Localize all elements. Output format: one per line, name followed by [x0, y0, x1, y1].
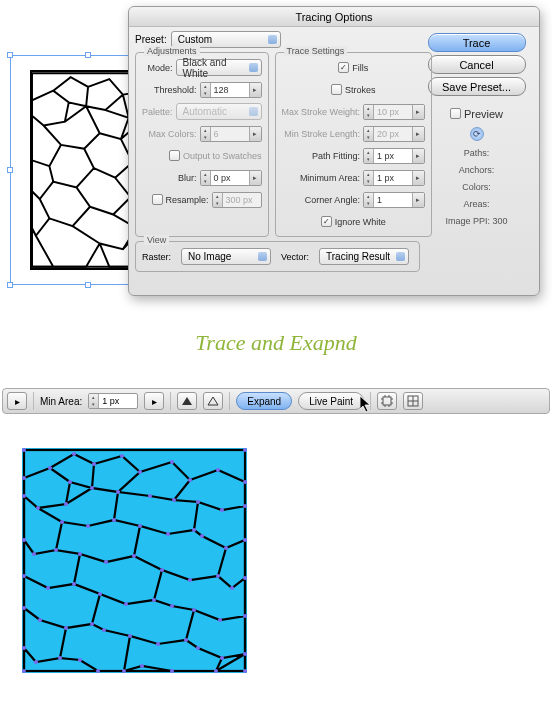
fills-checkbox[interactable]: ✓ — [338, 62, 349, 73]
toolbar-menu-icon[interactable]: ▸ — [7, 392, 27, 410]
svg-point-15 — [170, 460, 174, 464]
svg-point-18 — [148, 494, 152, 498]
svg-point-70 — [78, 658, 82, 662]
voronoi-artwork-expanded — [22, 448, 247, 673]
stats-colors: Colors: — [462, 180, 491, 194]
maxcolors-input: ▴▾6▸ — [200, 126, 262, 142]
svg-point-41 — [160, 568, 164, 572]
toolbar-min-area-input[interactable]: ▴▾1 px — [88, 393, 138, 409]
svg-point-26 — [60, 520, 64, 524]
svg-point-44 — [22, 574, 26, 578]
dialog-title: Tracing Options — [129, 7, 539, 27]
svg-point-32 — [243, 538, 247, 542]
palette-select: Automatic — [176, 103, 262, 120]
preview-checkbox[interactable] — [450, 108, 461, 119]
svg-point-62 — [220, 656, 224, 660]
trace-button[interactable]: Trace — [428, 33, 526, 52]
grid-icon[interactable] — [403, 392, 423, 410]
fill-preview-icon[interactable] — [177, 392, 197, 410]
svg-point-69 — [96, 669, 100, 673]
svg-point-64 — [243, 652, 247, 656]
svg-point-56 — [38, 618, 42, 622]
svg-point-68 — [122, 669, 126, 673]
output-swatches-checkbox — [169, 150, 180, 161]
svg-point-7 — [36, 506, 40, 510]
ignore-white-checkbox[interactable]: ✓ — [321, 216, 332, 227]
svg-point-24 — [112, 518, 116, 522]
view-title: View — [144, 235, 169, 245]
svg-point-54 — [90, 622, 94, 626]
svg-point-58 — [184, 638, 188, 642]
svg-point-77 — [243, 448, 247, 452]
svg-point-51 — [218, 618, 222, 622]
svg-point-17 — [172, 498, 176, 502]
stroke-preview-icon[interactable] — [203, 392, 223, 410]
svg-point-53 — [170, 604, 174, 608]
preset-label: Preset: — [135, 34, 167, 45]
strokes-checkbox[interactable] — [331, 84, 342, 95]
svg-point-22 — [220, 508, 224, 512]
svg-point-50 — [243, 614, 247, 618]
svg-point-13 — [138, 470, 142, 474]
svg-point-42 — [72, 582, 76, 586]
svg-point-67 — [22, 646, 26, 650]
svg-point-14 — [116, 490, 120, 494]
svg-point-38 — [78, 552, 82, 556]
svg-point-76 — [22, 448, 26, 452]
mode-select[interactable]: Black and White — [176, 59, 262, 76]
svg-point-8 — [22, 494, 26, 498]
svg-point-31 — [200, 534, 204, 538]
expand-button[interactable]: Expand — [236, 392, 292, 410]
info-icon[interactable]: ⟳ — [470, 127, 484, 141]
svg-point-46 — [124, 602, 128, 606]
svg-point-65 — [58, 656, 62, 660]
svg-point-63 — [196, 646, 200, 650]
svg-point-52 — [192, 608, 196, 612]
tracing-options-dialog: Tracing Options Preset: Custom Adjustmen… — [128, 6, 540, 296]
svg-point-9 — [72, 452, 76, 456]
toolbar: ▸ Min Area: ▴▾1 px ▸ Expand Live Paint — [2, 388, 550, 414]
svg-point-60 — [128, 634, 132, 638]
svg-point-37 — [104, 560, 108, 564]
path-fitting-input[interactable]: ▴▾1 px▸ — [363, 148, 425, 164]
cancel-button[interactable]: Cancel — [428, 55, 526, 74]
slider-flyout-icon[interactable]: ▸ — [144, 392, 164, 410]
svg-point-28 — [166, 532, 170, 536]
crop-icon[interactable] — [377, 392, 397, 410]
svg-point-55 — [64, 626, 68, 630]
svg-point-3 — [22, 476, 26, 480]
step-caption: Trace and Exapnd — [0, 330, 552, 356]
vector-select[interactable]: Tracing Result — [319, 248, 409, 265]
svg-point-47 — [98, 592, 102, 596]
svg-point-74 — [22, 669, 26, 673]
threshold-input[interactable]: ▴▾128▸ — [200, 82, 262, 98]
svg-point-66 — [34, 660, 38, 664]
svg-point-49 — [243, 576, 247, 580]
svg-point-43 — [46, 586, 50, 590]
svg-point-25 — [86, 524, 90, 528]
save-preset-button[interactable]: Save Preset... — [428, 77, 526, 96]
svg-rect-0 — [383, 397, 391, 405]
blur-input[interactable]: ▴▾0 px▸ — [200, 170, 262, 186]
svg-point-40 — [188, 578, 192, 582]
raster-select[interactable]: No Image — [181, 248, 271, 265]
svg-point-61 — [102, 628, 106, 632]
svg-point-34 — [32, 552, 36, 556]
max-stroke-weight-input: ▴▾10 px▸ — [363, 104, 425, 120]
corner-angle-input[interactable]: ▴▾1▸ — [363, 192, 425, 208]
resample-input: ▴▾300 px — [212, 192, 262, 208]
svg-point-72 — [170, 669, 174, 673]
svg-point-57 — [22, 606, 26, 610]
svg-point-29 — [138, 524, 142, 528]
svg-point-33 — [54, 548, 58, 552]
minimum-area-input[interactable]: ▴▾1 px▸ — [363, 170, 425, 186]
svg-point-5 — [68, 480, 72, 484]
min-area-label: Min Area: — [40, 396, 82, 407]
live-paint-button[interactable]: Live Paint — [298, 392, 364, 410]
svg-point-12 — [120, 454, 124, 458]
resample-checkbox[interactable] — [152, 194, 163, 205]
svg-point-59 — [156, 642, 160, 646]
svg-point-75 — [243, 669, 247, 673]
svg-point-19 — [216, 468, 220, 472]
svg-point-45 — [152, 598, 156, 602]
